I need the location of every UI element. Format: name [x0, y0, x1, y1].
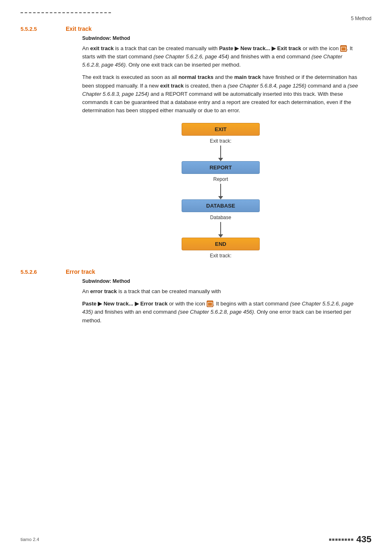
page-header: 5 Method	[21, 16, 371, 21]
paragraph-4: Paste ▶ New track... ▶ Error track or wi…	[82, 300, 359, 324]
bold-error-track: error track	[90, 288, 117, 294]
subwindow-name-2: Method	[113, 278, 130, 284]
arrow-3	[218, 222, 223, 238]
page-number: 435	[356, 534, 371, 545]
database-block-header: DATABASE	[186, 203, 255, 209]
arrow-head-1	[218, 158, 223, 161]
footer-dots: ■■■■■■■■	[329, 537, 354, 542]
bold-normal-tracks: normal tracks	[178, 74, 213, 80]
section-552-6-number: 5.5.2.6	[21, 269, 66, 275]
error-track-icon	[207, 301, 213, 307]
bold-paste-error: Paste ▶ New track... ▶ Error track	[82, 301, 168, 307]
diagram-container: EXIT Exit track: REPORT Report	[82, 123, 359, 260]
end-block: END	[182, 238, 260, 250]
subwindow-name-1: Method	[113, 35, 130, 41]
page-container: 5 Method 5.5.2.5 Exit track Subwindow: M…	[0, 0, 392, 555]
report-block: REPORT	[182, 161, 260, 174]
bold-paste-new: Paste ▶ New track... ▶ Exit track	[219, 45, 301, 51]
exit-block: EXIT	[182, 123, 260, 136]
report-block-label: Report	[213, 174, 228, 184]
arrow-1	[218, 146, 223, 161]
bold-exit-track: exit track	[90, 45, 114, 51]
database-block: DATABASE	[182, 199, 260, 212]
ref-5628b: (see Chapter 5.6.2.8, page 456)	[178, 309, 254, 315]
page-footer: tiamo 2.4 ■■■■■■■■ 435	[21, 534, 371, 545]
report-block-header: REPORT	[186, 164, 255, 171]
arrow-head-2	[218, 196, 223, 199]
ref-5684: (see Chapter 5.6.8.4, page 1256)	[228, 83, 307, 89]
paragraph-3: An error track is a track that can be cr…	[82, 287, 359, 296]
arrow-2	[218, 184, 223, 199]
paragraph-2: The exit track is executed as soon as al…	[82, 73, 359, 115]
subwindow-label-1: Subwindow: Method	[82, 35, 359, 41]
subwindow-prefix-1: Subwindow:	[82, 35, 113, 41]
paragraph-1: An exit track is a track that can be cre…	[82, 44, 359, 69]
app-name: tiamo 2.4	[21, 537, 39, 542]
end-block-label: Exit track:	[210, 250, 232, 260]
exit-block-label: Exit track:	[210, 136, 232, 146]
bold-exit-track-2: exit track	[160, 83, 184, 89]
section-552-5-number: 5.5.2.5	[21, 26, 66, 32]
exit-track-icon	[340, 45, 347, 52]
ref-5683: (see Chapter 5.6.8.3, page 1254)	[82, 83, 358, 97]
end-block-header: END	[186, 241, 255, 247]
subwindow-prefix-2: Subwindow:	[82, 278, 113, 284]
bold-main-track: main track	[234, 74, 261, 80]
section-552-5-heading: 5.5.2.5 Exit track	[21, 25, 371, 32]
arrow-line-2	[220, 184, 221, 196]
arrow-line-3	[220, 222, 221, 234]
section-552-6-content: Subwindow: Method An error track is a tr…	[82, 278, 359, 325]
exit-track-diagram: EXIT Exit track: REPORT Report	[180, 123, 262, 260]
section-552-6-title: Error track	[66, 268, 95, 275]
ref-5626: (see Chapter 5.6.2.6, page 454)	[153, 53, 229, 60]
section-552-6-heading: 5.5.2.6 Error track	[21, 268, 371, 275]
exit-block-header: EXIT	[186, 126, 255, 132]
section-552-5-title: Exit track	[66, 25, 92, 32]
top-rule	[21, 12, 111, 13]
subwindow-label-2: Subwindow: Method	[82, 278, 359, 284]
footer-right: ■■■■■■■■ 435	[329, 534, 371, 545]
section-552-5-content: Subwindow: Method An exit track is a tra…	[82, 35, 359, 260]
chapter-label: 5 Method	[351, 16, 371, 21]
database-block-label: Database	[210, 212, 231, 222]
arrow-line-1	[220, 146, 221, 158]
arrow-head-3	[218, 234, 223, 238]
